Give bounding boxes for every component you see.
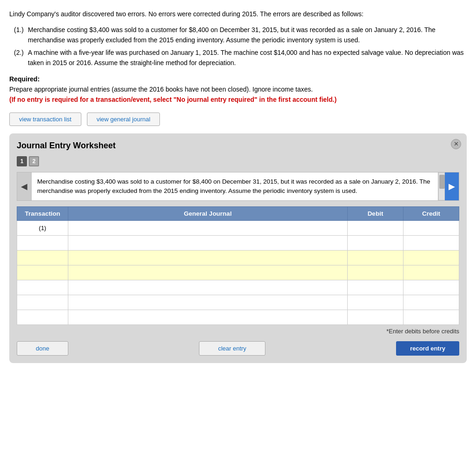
prev-arrow-button[interactable]: ◀ bbox=[17, 172, 31, 201]
step-2[interactable]: 2 bbox=[29, 156, 39, 166]
worksheet-title: Journal Entry Worksheet bbox=[17, 141, 459, 151]
journal-input-cell[interactable] bbox=[68, 265, 348, 280]
transaction-cell bbox=[17, 251, 68, 265]
credit-input-cell[interactable] bbox=[403, 310, 459, 325]
credit-input-cell[interactable] bbox=[403, 236, 459, 251]
journal-input[interactable] bbox=[68, 310, 347, 324]
debit-input[interactable] bbox=[348, 221, 403, 235]
journal-input[interactable] bbox=[68, 295, 347, 310]
scenario-text: Merchandise costing $3,400 was sold to a… bbox=[31, 172, 438, 201]
table-row bbox=[17, 295, 459, 310]
journal-input-cell[interactable] bbox=[68, 236, 348, 251]
journal-table: Transaction General Journal Debit Credit… bbox=[17, 206, 459, 325]
col-header-transaction: Transaction bbox=[17, 207, 68, 221]
record-entry-button[interactable]: record entry bbox=[396, 341, 459, 356]
debit-input[interactable] bbox=[348, 265, 403, 280]
credit-input[interactable] bbox=[403, 251, 459, 265]
transaction-cell bbox=[17, 280, 68, 295]
debit-input[interactable] bbox=[348, 295, 403, 310]
col-header-credit: Credit bbox=[403, 207, 459, 221]
credit-input-cell[interactable] bbox=[403, 265, 459, 280]
bottom-buttons: done clear entry record entry bbox=[17, 341, 459, 356]
list-num-2: (2.) bbox=[14, 47, 28, 68]
credit-input[interactable] bbox=[403, 295, 459, 310]
done-button[interactable]: done bbox=[17, 341, 68, 356]
scroll-thumb bbox=[439, 175, 445, 189]
list-num-1: (1.) bbox=[14, 25, 28, 46]
col-header-debit: Debit bbox=[348, 207, 403, 221]
table-row bbox=[17, 280, 459, 295]
journal-input-cell[interactable] bbox=[68, 221, 348, 236]
credit-input-cell[interactable] bbox=[403, 295, 459, 310]
table-row: (1) bbox=[17, 221, 459, 236]
worksheet-panel: Journal Entry Worksheet ✕ 1 2 ◀ Merchand… bbox=[9, 133, 467, 364]
journal-input[interactable] bbox=[68, 280, 347, 295]
required-text: Prepare appropriate journal entries (ass… bbox=[9, 84, 467, 94]
table-row bbox=[17, 236, 459, 251]
credit-input[interactable] bbox=[403, 310, 459, 324]
credit-input[interactable] bbox=[403, 265, 459, 280]
required-label: Required: bbox=[9, 74, 467, 84]
view-transaction-list-button[interactable]: view transaction list bbox=[9, 112, 81, 126]
credit-input-cell[interactable] bbox=[403, 221, 459, 236]
table-row bbox=[17, 251, 459, 265]
required-red-note: (If no entry is required for a transacti… bbox=[9, 94, 467, 105]
debit-input-cell[interactable] bbox=[348, 221, 403, 236]
scenario-container: ◀ Merchandise costing $3,400 was sold to… bbox=[17, 172, 459, 201]
close-button[interactable]: ✕ bbox=[451, 139, 461, 149]
scroll-indicator bbox=[438, 172, 445, 201]
list-text-2: A machine with a five-year life was purc… bbox=[28, 47, 467, 68]
table-header-row: Transaction General Journal Debit Credit bbox=[17, 207, 459, 221]
debit-input-cell[interactable] bbox=[348, 310, 403, 325]
step-indicators: 1 2 bbox=[17, 156, 459, 166]
journal-input[interactable] bbox=[68, 251, 347, 265]
transaction-cell: (1) bbox=[17, 221, 68, 236]
journal-input[interactable] bbox=[68, 265, 347, 280]
credit-input-cell[interactable] bbox=[403, 251, 459, 265]
debit-input[interactable] bbox=[348, 280, 403, 295]
list-item-2: (2.) A machine with a five-year life was… bbox=[14, 47, 467, 68]
clear-entry-button[interactable]: clear entry bbox=[199, 341, 265, 356]
table-row bbox=[17, 265, 459, 280]
debit-input-cell[interactable] bbox=[348, 251, 403, 265]
journal-input-cell[interactable] bbox=[68, 295, 348, 310]
journal-input-cell[interactable] bbox=[68, 280, 348, 295]
list-item-1: (1.) Merchandise costing $3,400 was sold… bbox=[14, 25, 467, 46]
debit-input-cell[interactable] bbox=[348, 236, 403, 251]
debit-input[interactable] bbox=[348, 310, 403, 324]
debit-input-cell[interactable] bbox=[348, 295, 403, 310]
list-text-1: Merchandise costing $3,400 was sold to a… bbox=[28, 25, 467, 46]
debit-input[interactable] bbox=[348, 236, 403, 250]
intro-paragraph: Lindy Company's auditor discovered two e… bbox=[9, 9, 467, 19]
credit-input-cell[interactable] bbox=[403, 280, 459, 295]
debit-input[interactable] bbox=[348, 251, 403, 265]
debit-input-cell[interactable] bbox=[348, 265, 403, 280]
col-header-journal: General Journal bbox=[68, 207, 348, 221]
transaction-cell bbox=[17, 295, 68, 310]
view-general-journal-button[interactable]: view general journal bbox=[87, 112, 160, 126]
transaction-cell bbox=[17, 265, 68, 280]
step-1[interactable]: 1 bbox=[17, 156, 27, 166]
numbered-list: (1.) Merchandise costing $3,400 was sold… bbox=[14, 25, 467, 68]
table-row bbox=[17, 310, 459, 325]
next-arrow-button[interactable]: ▶ bbox=[445, 172, 459, 201]
required-section: Required: Prepare appropriate journal en… bbox=[9, 74, 467, 105]
transaction-cell bbox=[17, 310, 68, 325]
credit-input[interactable] bbox=[403, 236, 459, 250]
debit-credit-note: *Enter debits before credits bbox=[17, 328, 459, 335]
journal-input-cell[interactable] bbox=[68, 251, 348, 265]
credit-input[interactable] bbox=[403, 280, 459, 295]
journal-input-cell[interactable] bbox=[68, 310, 348, 325]
top-button-row: view transaction list view general journ… bbox=[9, 112, 467, 126]
debit-input-cell[interactable] bbox=[348, 280, 403, 295]
credit-input[interactable] bbox=[403, 221, 459, 235]
transaction-cell bbox=[17, 236, 68, 251]
journal-input[interactable] bbox=[68, 221, 347, 235]
journal-input[interactable] bbox=[68, 236, 347, 250]
